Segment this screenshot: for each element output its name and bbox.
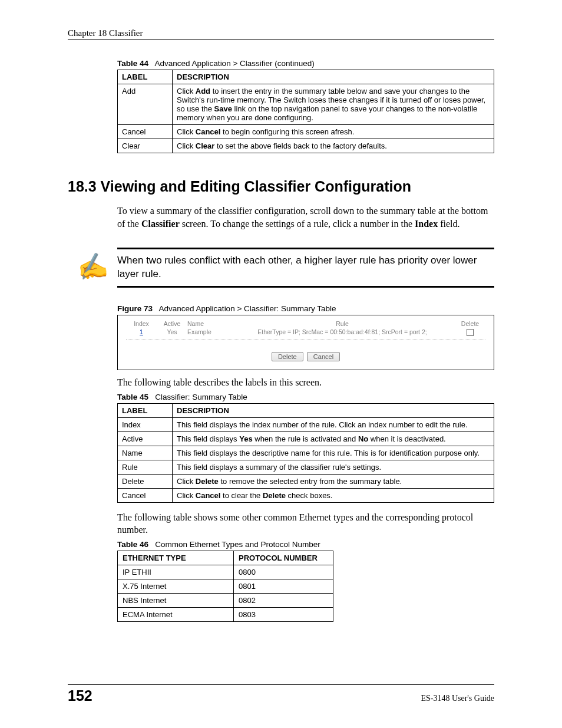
- table44: LABEL DESCRIPTION AddClick Add to insert…: [117, 70, 494, 153]
- table45-label: Name: [118, 446, 173, 460]
- figure73-row-index[interactable]: 1: [126, 328, 157, 336]
- figure73-head-row: Index Active Name Rule Delete: [126, 320, 485, 327]
- table-row: DeleteClick Delete to remove the selecte…: [118, 474, 494, 488]
- figure73-caption: Figure 73 Advanced Application > Classif…: [68, 304, 494, 313]
- table45-label: Delete: [118, 474, 173, 488]
- table46-caption-prefix: Table 46: [117, 540, 148, 549]
- figure73-delete-checkbox[interactable]: [467, 329, 474, 336]
- table44-head-desc: DESCRIPTION: [173, 70, 494, 84]
- after-t45-text: The following table shows some other com…: [117, 511, 494, 536]
- table44-label: Clear: [118, 139, 173, 153]
- note-text: When two rules conflict with each other,…: [117, 254, 494, 281]
- table45-caption: Table 45 Classifier: Summary Table: [68, 393, 494, 401]
- table-row: AddClick Add to insert the entry in the …: [118, 84, 494, 125]
- figure73-delete-button[interactable]: Delete: [272, 352, 303, 361]
- table45-label: Rule: [118, 460, 173, 474]
- table46-etype: IP ETHII: [118, 565, 234, 579]
- table44-caption-text: Advanced Application > Classifier (conti…: [155, 59, 315, 68]
- table-row: ECMA Internet0803: [118, 608, 333, 622]
- table44-desc: Click Clear to set the above fields back…: [173, 139, 494, 153]
- after-figure-text: The following table describes the labels…: [117, 376, 494, 389]
- page-footer: 152 ES-3148 User's Guide: [68, 684, 494, 704]
- table45-desc: Click Delete to remove the selected entr…: [173, 474, 494, 488]
- table45: LABEL DESCRIPTION IndexThis field displa…: [117, 403, 494, 503]
- table46: ETHERNET TYPE PROTOCOL NUMBER IP ETHII08…: [117, 551, 333, 622]
- note-rule-bottom: [117, 286, 494, 288]
- note-icon: ✍: [75, 253, 109, 282]
- section-title: 18.3 Viewing and Editing Classifier Conf…: [68, 178, 494, 195]
- table46-proto: 0802: [234, 594, 333, 608]
- table-row: ClearClick Clear to set the above fields…: [118, 139, 494, 153]
- chapter-header: Chapter 18 Classifier: [68, 28, 494, 38]
- table44-desc: Click Cancel to begin configuring this s…: [173, 125, 494, 139]
- section-intro: To view a summary of the classifier conf…: [117, 205, 494, 230]
- table45-caption-text: Classifier: Summary Table: [155, 393, 247, 401]
- table46-proto: 0801: [234, 579, 333, 594]
- figure73-row-rule: EtherType = IP; SrcMac = 00:50:ba:ad:4f:…: [230, 328, 455, 336]
- figure73-box: Index Active Name Rule Delete 1 Yes Exam…: [117, 315, 494, 370]
- table44-label: Add: [118, 84, 173, 125]
- table46-proto: 0800: [234, 565, 333, 579]
- header-rule: [68, 39, 494, 40]
- figure73-buttons: Delete Cancel: [126, 340, 485, 361]
- table44-head-label: LABEL: [118, 70, 173, 84]
- figure73-head-active: Active: [157, 320, 187, 327]
- table-row: RuleThis field displays a summary of the…: [118, 460, 494, 474]
- figure73-caption-text: Advanced Application > Classifier: Summa…: [159, 304, 336, 313]
- table44-caption: Table 44 Advanced Application > Classifi…: [68, 59, 494, 68]
- note-block: ✍ When two rules conflict with each othe…: [68, 248, 494, 288]
- table45-desc: This field displays the descriptive name…: [173, 446, 494, 460]
- table-row: IP ETHII0800: [118, 565, 333, 579]
- table-row: NBS Internet0802: [118, 594, 333, 608]
- footer-rule: [68, 684, 494, 685]
- table45-desc: This field displays the index number of …: [173, 417, 494, 431]
- table45-desc: Click Cancel to clear the Delete check b…: [173, 488, 494, 502]
- figure73-row-active: Yes: [157, 328, 187, 336]
- table-row: NameThis field displays the descriptive …: [118, 446, 494, 460]
- table45-label: Active: [118, 431, 173, 446]
- table46-proto: 0803: [234, 608, 333, 622]
- table45-label: Cancel: [118, 488, 173, 502]
- figure73-cancel-button[interactable]: Cancel: [307, 352, 340, 361]
- table45-label: Index: [118, 417, 173, 431]
- table45-desc: This field displays Yes when the rule is…: [173, 431, 494, 446]
- table46-head-etype: ETHERNET TYPE: [118, 551, 234, 565]
- figure73-index-link[interactable]: 1: [140, 328, 143, 335]
- table45-head-label: LABEL: [118, 403, 173, 417]
- table-row: ActiveThis field displays Yes when the r…: [118, 431, 494, 446]
- table-row: CancelClick Cancel to clear the Delete c…: [118, 488, 494, 502]
- table44-caption-prefix: Table 44: [117, 59, 148, 68]
- figure73-row-delete[interactable]: [455, 328, 485, 336]
- table46-etype: ECMA Internet: [118, 608, 234, 622]
- figure73-caption-prefix: Figure 73: [117, 304, 153, 313]
- guide-name: ES-3148 User's Guide: [421, 694, 494, 703]
- table-row: IndexThis field displays the index numbe…: [118, 417, 494, 431]
- table46-caption-text: Common Ethernet Types and Protocol Numbe…: [155, 540, 320, 549]
- table46-head-proto: PROTOCOL NUMBER: [234, 551, 333, 565]
- table46-caption: Table 46 Common Ethernet Types and Proto…: [68, 540, 494, 549]
- table44-desc: Click Add to insert the entry in the sum…: [173, 84, 494, 125]
- figure73-head-index: Index: [126, 320, 157, 327]
- note-rule-top: [117, 248, 494, 249]
- table46-etype: NBS Internet: [118, 594, 234, 608]
- table-row: X.75 Internet0801: [118, 579, 333, 594]
- table45-caption-prefix: Table 45: [117, 393, 148, 401]
- figure73-head-rule: Rule: [230, 320, 455, 327]
- figure73-head-delete: Delete: [455, 320, 485, 327]
- page-number: 152: [68, 687, 92, 704]
- table-row: CancelClick Cancel to begin configuring …: [118, 125, 494, 139]
- table46-etype: X.75 Internet: [118, 579, 234, 594]
- table45-head-desc: DESCRIPTION: [173, 403, 494, 417]
- figure73-row-name: Example: [187, 328, 230, 336]
- figure73-head-name: Name: [187, 320, 230, 327]
- table45-desc: This field displays a summary of the cla…: [173, 460, 494, 474]
- table44-label: Cancel: [118, 125, 173, 139]
- figure73-data-row: 1 Yes Example EtherType = IP; SrcMac = 0…: [126, 327, 485, 340]
